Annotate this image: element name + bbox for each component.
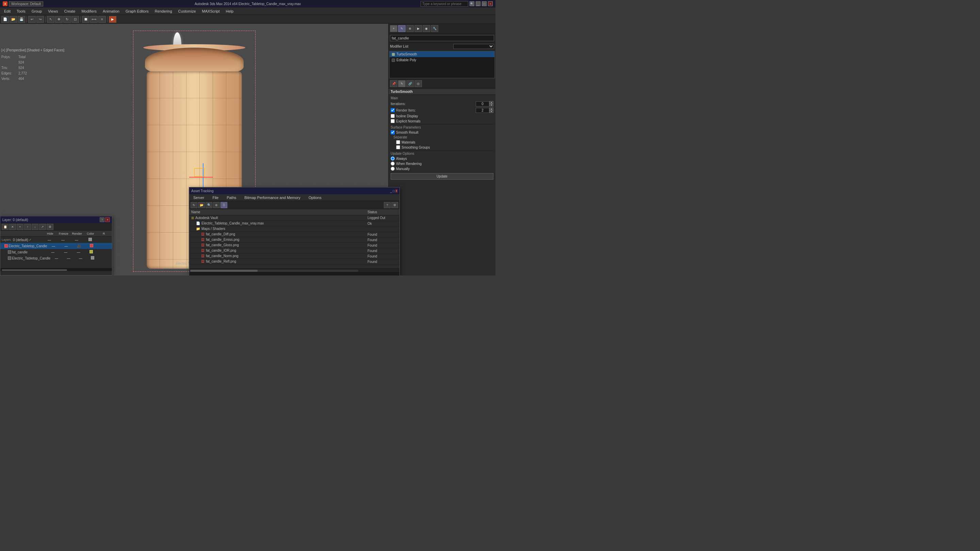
asset-find-btn[interactable]: 🔍 — [205, 202, 212, 208]
asset-row-emiss[interactable]: 🖼 fat_candle_Emiss.png Found — [189, 237, 399, 243]
utilities-tab[interactable]: 🔧 — [431, 25, 438, 32]
asset-maximize[interactable]: □ — [393, 189, 395, 193]
asset-menu-options[interactable]: Options — [306, 195, 324, 200]
asset-row-refl[interactable]: 🖼 fat_candle_Refl.png Found — [189, 259, 399, 264]
menu-customize[interactable]: Customize — [176, 8, 199, 14]
snap-btn[interactable]: 🔲 — [82, 16, 89, 23]
asset-hscroll-thumb[interactable] — [190, 270, 258, 272]
layers-move-up-btn[interactable]: ↑ — [24, 224, 31, 230]
win-close[interactable]: × — [488, 2, 493, 6]
menu-views[interactable]: Views — [45, 8, 60, 14]
menu-help[interactable]: Help — [223, 8, 237, 14]
open-btn[interactable]: 📂 — [10, 16, 17, 23]
layers-scroll[interactable] — [0, 268, 112, 271]
asset-minimize[interactable]: _ — [390, 189, 392, 193]
materials-checkbox[interactable] — [396, 140, 400, 144]
layers-add-btn[interactable]: + — [17, 224, 24, 230]
render-iters-input[interactable] — [476, 108, 489, 113]
undo-btn[interactable]: ↩ — [28, 16, 36, 23]
asset-row-gloss[interactable]: 🖼 fat_candle_Gloss.png Found — [189, 243, 399, 248]
update-button[interactable]: Update — [391, 173, 493, 179]
layer-el-color[interactable] — [85, 244, 98, 248]
layers-move-down-btn[interactable]: ↓ — [32, 224, 38, 230]
riter-down[interactable]: ▼ — [489, 110, 493, 113]
isoline-checkbox[interactable] — [391, 114, 395, 118]
layer-electric-candle[interactable]: Electric_Tabletop_Candle — — 🎥 — [0, 243, 112, 249]
display-tab[interactable]: ◉ — [423, 25, 430, 32]
layer-fat-color[interactable] — [85, 250, 98, 254]
asset-row-diff[interactable]: 🖼 fat_candle_Diff.png Found — [189, 232, 399, 237]
turbosmooth-header[interactable]: TurboSmooth — [388, 89, 495, 95]
modifier-list-dropdown[interactable] — [453, 44, 494, 49]
layer-etc-sub[interactable]: Electric_Tabletop_Candle — — — — [0, 255, 112, 261]
pin-tab[interactable]: 📌 — [390, 80, 398, 87]
asset-close[interactable]: × — [395, 189, 398, 193]
asset-merge-btn[interactable]: ⊕ — [213, 202, 220, 208]
asset-row-norm[interactable]: 🖼 fat_candle_Norm.png Found — [189, 253, 399, 259]
asset-menu-paths[interactable]: Paths — [224, 195, 239, 200]
layers-new-btn[interactable]: 📋 — [2, 224, 8, 230]
layers-close-btn[interactable]: × — [105, 218, 110, 222]
select-btn[interactable]: ↖ — [47, 16, 54, 23]
asset-refresh-btn[interactable]: ↻ — [191, 202, 197, 208]
modify-tab[interactable]: ✎ — [398, 25, 406, 32]
layers-help-btn[interactable]: ? — [100, 218, 105, 222]
mod-tab-active[interactable]: ✎ — [398, 80, 406, 87]
layer-etc-sub-color[interactable] — [86, 256, 98, 260]
constraints-tab[interactable]: 🔗 — [406, 80, 414, 87]
layers-delete-btn[interactable]: ✕ — [9, 224, 16, 230]
asset-settings-btn[interactable]: ⚙ — [391, 202, 398, 208]
display-sub-tab[interactable]: ◎ — [414, 80, 422, 87]
menu-tools[interactable]: Tools — [14, 8, 28, 14]
layer-fat-color-swatch[interactable] — [89, 250, 93, 253]
asset-row-maxfile[interactable]: 📄 Electric_Tabletop_Candle_max_vray.max … — [189, 221, 399, 226]
asset-row-maps[interactable]: 📁 Maps / Shaders — [189, 226, 399, 232]
render-iters-checkbox[interactable] — [391, 108, 395, 112]
menu-group[interactable]: Group — [29, 8, 45, 14]
manually-radio[interactable] — [391, 167, 395, 171]
asset-horizontal-scrollbar[interactable] — [189, 268, 399, 272]
asset-list-btn[interactable]: ☰ — [221, 202, 227, 208]
win-minimize[interactable]: _ — [476, 2, 480, 6]
layers-settings-btn[interactable]: ⚙ — [47, 224, 53, 230]
menu-modifiers[interactable]: Modifiers — [79, 8, 99, 14]
smoothing-groups-checkbox[interactable] — [396, 145, 400, 149]
menu-rendering[interactable]: Rendering — [152, 8, 175, 14]
iter-up[interactable]: ▲ — [489, 101, 493, 104]
rotate-btn[interactable]: ↻ — [63, 16, 71, 23]
save-btn[interactable]: 💾 — [18, 16, 25, 23]
move-btn[interactable]: ✥ — [55, 16, 63, 23]
workspace-dropdown[interactable]: Workspace: Default — [9, 2, 43, 6]
asset-hscroll-track[interactable] — [190, 270, 358, 272]
object-name-input[interactable] — [390, 35, 494, 41]
asset-folder-btn[interactable]: 📂 — [198, 202, 205, 208]
asset-help-btn[interactable]: ? — [384, 202, 391, 208]
motion-tab[interactable]: ▶ — [414, 25, 422, 32]
align-btn[interactable]: ≡ — [98, 16, 106, 23]
asset-menu-file[interactable]: File — [210, 195, 221, 200]
layer-el-render[interactable]: 🎥 — [73, 244, 85, 248]
explicit-normals-checkbox[interactable] — [391, 119, 395, 123]
hierarchy-tab[interactable]: ⊕ — [406, 25, 414, 32]
modifier-editable-poly[interactable]: Editable Poly — [390, 57, 495, 63]
smooth-result-checkbox[interactable] — [391, 130, 395, 134]
layer-el-color-swatch[interactable] — [90, 244, 93, 247]
iter-down[interactable]: ▼ — [489, 104, 493, 106]
asset-row-ior[interactable]: 🖼 fat_candle_IOR.png Found — [189, 248, 399, 253]
scale-btn[interactable]: ⊡ — [72, 16, 79, 23]
asset-menu-server[interactable]: Server — [191, 195, 207, 200]
asset-menu-bitmap[interactable]: Bitmap Performance and Memory — [242, 195, 303, 200]
search-input[interactable] — [421, 1, 468, 7]
win-maximize[interactable]: □ — [482, 2, 487, 6]
create-tab[interactable]: + — [390, 25, 398, 32]
layer-0-color[interactable] — [83, 238, 97, 242]
iterations-input[interactable] — [476, 102, 489, 106]
layer-0-default[interactable]: Layers 0 (default) ✓ — — — — [0, 237, 112, 243]
layer-0-color-swatch[interactable] — [89, 238, 92, 241]
menu-maxscript[interactable]: MAXScript — [199, 8, 223, 14]
render-btn[interactable]: ▶ — [109, 16, 116, 23]
asset-row-vault[interactable]: ⊞ Autodesk Vault Logged Out — [189, 215, 399, 221]
menu-create[interactable]: Create — [61, 8, 78, 14]
modifier-turbosmooth[interactable]: TurboSmooth — [390, 51, 495, 57]
layer-fat-candle[interactable]: fat_candle — — — — [0, 249, 112, 255]
